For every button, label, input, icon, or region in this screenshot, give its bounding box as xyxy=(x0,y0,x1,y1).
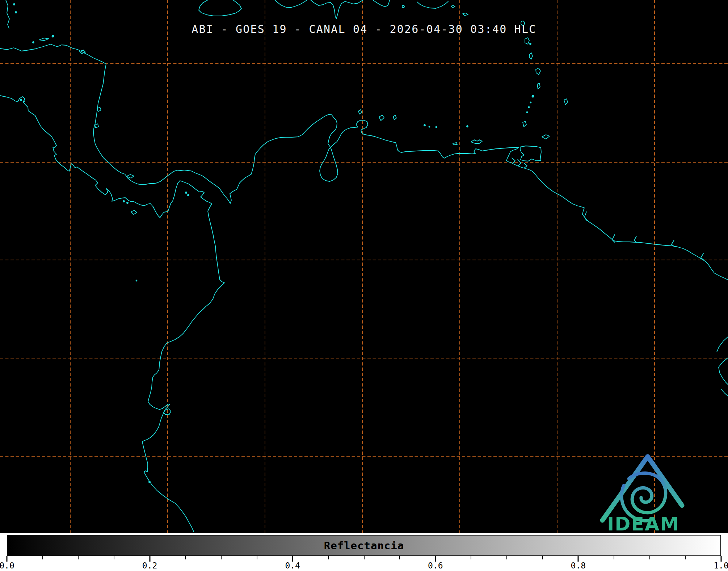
colorbar-minor-tick xyxy=(257,556,257,559)
island-malpelo xyxy=(136,280,137,281)
island-hispaniola-south xyxy=(311,0,363,19)
island-la-tortuga xyxy=(453,143,457,145)
colorbar-minor-tick xyxy=(685,556,686,559)
island-st-croix xyxy=(463,13,468,16)
island-los-roques xyxy=(424,125,425,126)
colorbar-minor-tick xyxy=(649,556,650,559)
coastlines-layer xyxy=(0,0,728,532)
island-fonseca xyxy=(24,101,25,102)
island-trinidad xyxy=(520,146,541,161)
island-puerto-rico xyxy=(417,1,448,8)
island-chiriqui xyxy=(123,201,125,202)
island-grenada xyxy=(523,121,526,127)
island-coiba xyxy=(131,210,137,214)
colorbar-minor-tick xyxy=(221,556,222,559)
product-title: ABI - GOES 19 - CANAL 04 - 2026-04-30 03… xyxy=(0,23,728,35)
colorbar-minor-tick xyxy=(114,556,114,559)
island-fonseca xyxy=(20,99,22,101)
island-margarita xyxy=(471,140,482,143)
island-guanaja xyxy=(52,35,54,37)
island-st-lucia xyxy=(537,83,540,89)
colorbar-minor-tick xyxy=(42,556,43,559)
island-barbados xyxy=(564,99,568,105)
colorbar-tick-label: 0.6 xyxy=(428,561,443,570)
island-mona xyxy=(402,5,404,8)
island-los-roques xyxy=(429,126,430,127)
colorbar-minor-tick xyxy=(328,556,329,559)
satellite-image-viewer: IDEAM ABI - GOES 19 - CANAL 04 - 2026-04… xyxy=(0,0,728,571)
colorbar: Reflectancia xyxy=(7,535,721,556)
colorbar-minor-tick xyxy=(614,556,614,559)
colorbar-minor-tick xyxy=(506,556,507,559)
colorbar-minor-tick xyxy=(471,556,471,559)
island-grenadines xyxy=(529,107,530,108)
island-las-perlas xyxy=(188,194,189,196)
island-cay xyxy=(13,4,15,5)
colorbar-minor-tick xyxy=(78,556,79,559)
island-jamaica xyxy=(199,0,241,16)
colorbar-label: Reflectancia xyxy=(8,536,720,555)
river-mouth-hooks xyxy=(585,212,704,260)
island-chiriqui xyxy=(127,202,128,203)
island-roatan xyxy=(39,38,49,41)
colorbar-tick-label: 1.0 xyxy=(714,561,728,570)
island-grenadines xyxy=(530,102,531,103)
island-grenadines xyxy=(527,112,528,113)
colorbar-ticks: 0.00.20.40.60.81.0 xyxy=(7,556,721,571)
colorbar-minor-tick xyxy=(399,556,400,559)
gridlines-layer xyxy=(0,0,728,533)
island-aruba xyxy=(358,110,362,114)
coastline-amazon-estuary xyxy=(717,337,728,396)
island-las-perlas xyxy=(185,192,187,193)
logo-text: IDEAM xyxy=(607,513,679,533)
island-cay xyxy=(15,12,17,13)
island-tobago xyxy=(542,135,550,139)
island-dominica xyxy=(529,53,533,59)
coast-lagoon xyxy=(95,124,98,128)
map-canvas: IDEAM xyxy=(0,0,728,533)
colorbar-tick-label: 0.4 xyxy=(285,561,300,570)
island-la-blanquilla xyxy=(467,126,468,127)
island-marie-galante xyxy=(530,43,531,45)
colorbar-minor-tick xyxy=(364,556,365,559)
island-hispaniola-east xyxy=(373,0,390,7)
island-lobos xyxy=(149,481,150,483)
island-bonaire xyxy=(393,115,396,120)
ideam-logo: IDEAM xyxy=(602,457,682,533)
island-vieques xyxy=(451,5,455,8)
colorbar-minor-tick xyxy=(185,556,186,559)
island-utila xyxy=(33,42,34,43)
island-hispaniola-west xyxy=(275,0,307,8)
map-area: IDEAM ABI - GOES 19 - CANAL 04 - 2026-04… xyxy=(0,0,728,533)
colorbar-minor-tick xyxy=(542,556,543,559)
island-la-orchila xyxy=(436,127,437,128)
island-guadeloupe xyxy=(525,38,529,44)
colorbar-tick-label: 0.0 xyxy=(0,561,14,570)
colorbar-tick-label: 0.2 xyxy=(142,561,157,570)
island-st-vincent xyxy=(532,96,534,97)
island-curacao xyxy=(379,115,384,121)
colorbar-tick-label: 0.8 xyxy=(571,561,586,570)
coastline-pacific-mainland xyxy=(0,96,224,532)
island-martinique xyxy=(536,68,540,75)
